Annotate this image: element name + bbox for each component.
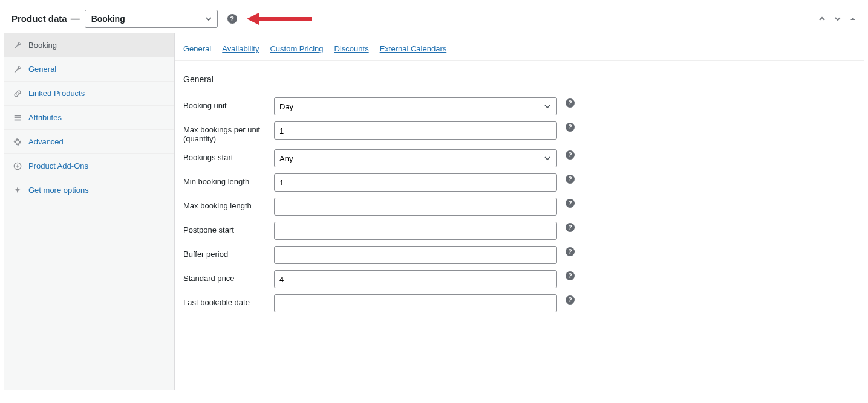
- sidebar-item-label: Linked Products: [28, 89, 85, 98]
- row-booking-unit: Booking unit Day ?: [183, 97, 855, 115]
- gear-icon: [13, 137, 22, 147]
- label-last-bookable: Last bookable date: [183, 294, 274, 307]
- annotation-arrow: [246, 11, 312, 27]
- section-title: General: [175, 61, 864, 89]
- input-postpone[interactable]: [274, 222, 557, 240]
- help-icon[interactable]: ?: [566, 199, 575, 208]
- sidebar-item-addons[interactable]: Product Add-Ons: [4, 154, 174, 178]
- toggle-icon[interactable]: [849, 15, 857, 22]
- row-postpone: Postpone start ?: [183, 222, 855, 240]
- input-price[interactable]: [274, 270, 557, 288]
- sidebar-item-label: Get more options: [28, 185, 89, 195]
- help-icon[interactable]: ?: [566, 150, 575, 160]
- label-bookings-start: Bookings start: [183, 149, 274, 162]
- sidebar-item-more[interactable]: Get more options: [4, 178, 174, 202]
- product-type-select[interactable]: Booking: [85, 10, 218, 28]
- list-icon: [13, 113, 22, 123]
- move-down-icon[interactable]: [834, 15, 842, 23]
- sidebar-item-label: Product Add-Ons: [28, 161, 88, 170]
- input-min-length[interactable]: [274, 173, 557, 192]
- wrench-icon: [13, 65, 22, 74]
- help-icon[interactable]: ?: [227, 14, 237, 24]
- sidebar-item-label: General: [28, 65, 56, 74]
- sidebar-item-label: Advanced: [28, 137, 64, 146]
- sub-tabs: General Availability Custom Pricing Disc…: [175, 33, 864, 61]
- row-buffer: Buffer period ?: [183, 246, 855, 264]
- row-max-length: Max booking length ?: [183, 198, 855, 216]
- sidebar-item-label: Attributes: [28, 113, 62, 122]
- wrench-icon: [13, 40, 22, 50]
- product-data-panel: Product data — Booking ? Booking: [4, 4, 864, 390]
- sidebar-item-attributes[interactable]: Attributes: [4, 106, 174, 130]
- move-up-icon[interactable]: [818, 15, 826, 23]
- label-price: Standard price: [183, 270, 274, 283]
- sidebar-item-linked-products[interactable]: Linked Products: [4, 82, 174, 106]
- main-content: General Availability Custom Pricing Disc…: [175, 33, 864, 390]
- svg-rect-2: [15, 119, 21, 120]
- tab-availability[interactable]: Availability: [222, 44, 259, 53]
- svg-rect-0: [15, 115, 21, 116]
- sparkle-icon: [13, 185, 22, 195]
- row-bookings-start: Bookings start Any ?: [183, 149, 855, 167]
- general-form: Booking unit Day ? Max bookings per unit…: [175, 89, 864, 333]
- help-icon[interactable]: ?: [566, 247, 575, 256]
- label-booking-unit: Booking unit: [183, 97, 274, 110]
- panel-header: Product data — Booking ?: [4, 4, 864, 33]
- sidebar-item-label: Booking: [28, 40, 57, 50]
- row-price: Standard price ?: [183, 270, 855, 288]
- label-postpone: Postpone start: [183, 222, 274, 234]
- plus-circle-icon: [13, 161, 22, 171]
- panel-body: Booking General Linked Products Attribut…: [4, 33, 864, 390]
- row-max-bookings: Max bookings per unit (quantity) ?: [183, 121, 855, 143]
- label-buffer: Buffer period: [183, 246, 274, 259]
- title-dash: —: [71, 13, 80, 24]
- panel-title: Product data: [11, 13, 67, 24]
- row-last-bookable: Last bookable date ?: [183, 294, 855, 312]
- help-icon[interactable]: ?: [566, 123, 575, 132]
- label-min-length: Min booking length: [183, 173, 274, 186]
- tab-general[interactable]: General: [183, 44, 211, 53]
- help-icon[interactable]: ?: [566, 175, 575, 184]
- help-icon[interactable]: ?: [566, 223, 575, 232]
- help-icon[interactable]: ?: [566, 98, 575, 108]
- input-max-length[interactable]: [274, 198, 557, 216]
- tab-discounts[interactable]: Discounts: [334, 44, 369, 53]
- tab-external-calendars[interactable]: External Calendars: [380, 44, 447, 53]
- svg-rect-1: [15, 117, 21, 118]
- link-icon: [13, 89, 22, 98]
- help-icon[interactable]: ?: [566, 295, 575, 305]
- chevron-down-icon: [205, 15, 212, 22]
- help-icon[interactable]: ?: [566, 271, 575, 280]
- sidebar: Booking General Linked Products Attribut…: [4, 33, 175, 390]
- input-last-bookable[interactable]: [274, 294, 557, 312]
- input-buffer[interactable]: [274, 246, 557, 264]
- label-max-length: Max booking length: [183, 198, 274, 210]
- row-min-length: Min booking length ?: [183, 173, 855, 192]
- product-type-value: Booking: [91, 14, 125, 24]
- select-booking-unit[interactable]: Day: [274, 97, 557, 115]
- sidebar-item-general[interactable]: General: [4, 57, 174, 82]
- tab-custom-pricing[interactable]: Custom Pricing: [270, 44, 323, 53]
- sidebar-item-advanced[interactable]: Advanced: [4, 130, 174, 154]
- select-bookings-start[interactable]: Any: [274, 149, 557, 167]
- label-max-bookings: Max bookings per unit (quantity): [183, 121, 274, 143]
- panel-controls: [818, 15, 857, 23]
- sidebar-item-booking[interactable]: Booking: [4, 33, 174, 57]
- input-max-bookings[interactable]: [274, 121, 557, 140]
